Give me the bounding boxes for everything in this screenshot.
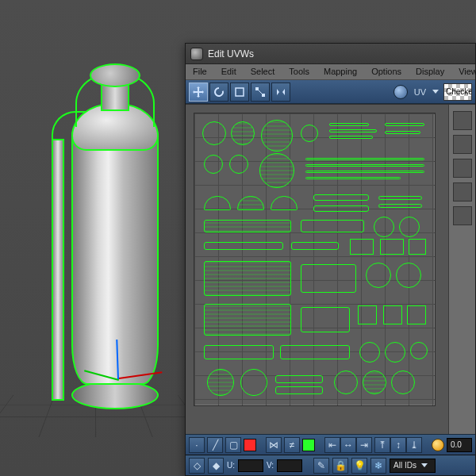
uv-island[interactable] xyxy=(407,305,426,324)
uv-island[interactable] xyxy=(313,194,369,201)
uv-island[interactable] xyxy=(329,136,373,139)
coordinate-space-icon[interactable] xyxy=(393,85,408,99)
align-bottom-button[interactable]: ⤓ xyxy=(406,437,422,453)
uv-island[interactable] xyxy=(385,123,424,126)
mirror-tool-button[interactable] xyxy=(271,83,290,102)
menu-select[interactable]: Select xyxy=(244,64,282,79)
menu-display[interactable]: Display xyxy=(409,64,451,79)
model-pipe xyxy=(52,139,64,401)
menu-file[interactable]: File xyxy=(186,64,214,79)
uv-island[interactable] xyxy=(207,369,234,396)
uv-island[interactable] xyxy=(385,342,405,363)
subobject-face-button[interactable]: ▢ xyxy=(225,437,241,453)
align-v-center-button[interactable]: ↕ xyxy=(390,437,406,453)
menu-mapping[interactable]: Mapping xyxy=(317,64,364,79)
uv-island[interactable] xyxy=(231,121,255,145)
align-h-center-button[interactable]: ↔ xyxy=(340,437,356,453)
align-left-button[interactable]: ⇤ xyxy=(324,437,340,453)
uv-island[interactable] xyxy=(329,123,369,126)
brush-button[interactable]: ✎ xyxy=(313,458,329,474)
uv-island[interactable] xyxy=(313,205,369,212)
uv-island[interactable] xyxy=(374,217,394,237)
uv-island[interactable] xyxy=(410,342,428,359)
uv-island[interactable] xyxy=(301,307,350,332)
uv-island[interactable] xyxy=(275,386,323,394)
freeze-button[interactable]: ❄ xyxy=(370,458,386,474)
uv-island[interactable] xyxy=(301,125,318,142)
uv-island[interactable] xyxy=(334,370,358,394)
v-input[interactable] xyxy=(277,459,302,472)
uv-island[interactable] xyxy=(305,171,424,173)
menu-edit[interactable]: Edit xyxy=(214,64,244,79)
panel-slot[interactable] xyxy=(453,111,472,130)
uv-island[interactable] xyxy=(380,239,404,255)
menu-options[interactable]: Options xyxy=(364,64,409,79)
panel-slot[interactable] xyxy=(453,159,472,178)
uv-island[interactable] xyxy=(204,242,283,250)
uv-island[interactable] xyxy=(350,239,374,255)
uv-island[interactable] xyxy=(204,261,291,296)
model-fire-extinguisher[interactable] xyxy=(28,48,194,428)
absolute-mode-button[interactable]: ◇ xyxy=(189,458,205,474)
spinner-value[interactable]: 0.0 xyxy=(447,438,472,452)
panel-slot[interactable] xyxy=(453,135,472,154)
uv-island[interactable] xyxy=(261,120,293,152)
options-orb-icon[interactable] xyxy=(432,439,444,451)
uv-island[interactable] xyxy=(363,370,386,394)
uv-island[interactable] xyxy=(378,196,422,200)
lock-button[interactable]: 🔒 xyxy=(332,458,348,474)
uv-island[interactable] xyxy=(391,370,415,394)
scale-tool-button[interactable] xyxy=(230,83,249,102)
uv-island[interactable] xyxy=(280,345,350,359)
uv-island[interactable] xyxy=(229,155,248,174)
uv-island[interactable] xyxy=(240,369,267,396)
uv-island[interactable] xyxy=(301,220,364,232)
uv-island[interactable] xyxy=(301,264,356,293)
uv-channel-dropdown-arrow-icon[interactable] xyxy=(432,90,439,94)
material-ids-dropdown[interactable]: All IDs xyxy=(390,459,436,473)
uv-island[interactable] xyxy=(291,242,339,250)
uv-island[interactable] xyxy=(399,217,420,237)
subobject-edge-button[interactable]: ╱ xyxy=(207,437,223,453)
rotate-tool-button[interactable] xyxy=(209,83,228,102)
selection-color-swatch[interactable] xyxy=(302,439,315,451)
window-title: Edit UVWs xyxy=(208,48,254,60)
uv-island[interactable] xyxy=(383,305,402,324)
subobject-vertex-button[interactable]: · xyxy=(189,437,205,453)
uv-island[interactable] xyxy=(202,121,226,145)
align-top-button[interactable]: ⤒ xyxy=(374,437,390,453)
offset-mode-button[interactable]: ◆ xyxy=(208,458,224,474)
freeform-tool-button[interactable] xyxy=(251,83,270,102)
uv-island[interactable] xyxy=(359,342,380,363)
uv-island[interactable] xyxy=(409,239,426,255)
panel-slot[interactable] xyxy=(453,182,472,202)
u-input[interactable] xyxy=(238,459,263,472)
menu-view[interactable]: View xyxy=(451,64,476,79)
uv-island[interactable] xyxy=(366,263,391,288)
uv-island[interactable] xyxy=(358,305,377,324)
weld-button[interactable]: ⋈ xyxy=(266,437,282,453)
uv-island[interactable] xyxy=(305,158,424,160)
uv-island[interactable] xyxy=(305,164,424,167)
uv-island[interactable] xyxy=(396,263,421,288)
panel-slot[interactable] xyxy=(453,206,472,225)
move-tool-button[interactable] xyxy=(189,83,208,102)
break-button[interactable]: ≠ xyxy=(284,437,300,453)
seam-color-swatch[interactable] xyxy=(244,439,256,451)
uv-island[interactable] xyxy=(204,345,274,359)
uv-island[interactable] xyxy=(204,220,291,232)
uv-island[interactable] xyxy=(204,155,223,174)
uv-island[interactable] xyxy=(259,153,294,188)
uv-island[interactable] xyxy=(378,204,422,208)
uv-island[interactable] xyxy=(329,129,377,132)
uv-canvas[interactable] xyxy=(194,113,436,406)
uv-island[interactable] xyxy=(305,177,401,179)
checker-map-button[interactable]: Checker xyxy=(443,83,472,101)
titlebar[interactable]: Edit UVWs xyxy=(186,44,475,64)
uv-island[interactable] xyxy=(204,304,291,336)
uv-island[interactable] xyxy=(275,375,323,383)
align-right-button[interactable]: ⇥ xyxy=(356,437,372,453)
lightbulb-button[interactable]: 💡 xyxy=(351,458,367,474)
uv-island[interactable] xyxy=(385,131,420,134)
menu-tools[interactable]: Tools xyxy=(282,64,317,79)
